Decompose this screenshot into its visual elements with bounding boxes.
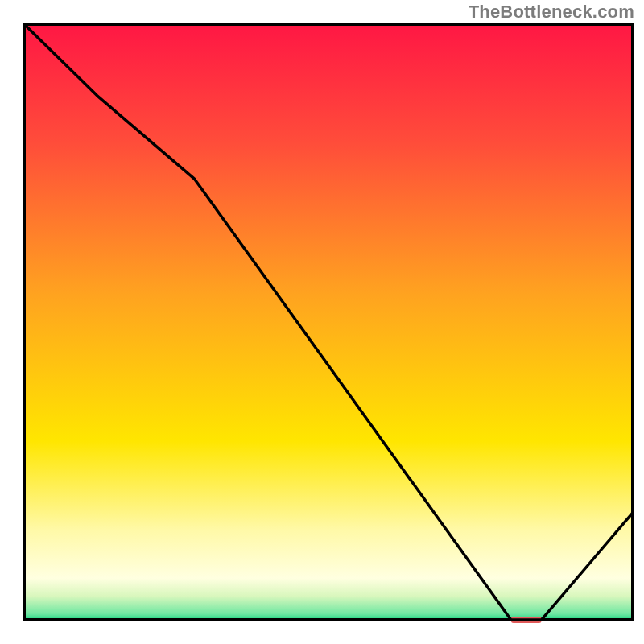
- chart-container: TheBottleneck.com: [0, 0, 644, 644]
- plot-background: [24, 24, 633, 620]
- bottleneck-chart: [0, 0, 644, 644]
- watermark-label: TheBottleneck.com: [469, 2, 634, 23]
